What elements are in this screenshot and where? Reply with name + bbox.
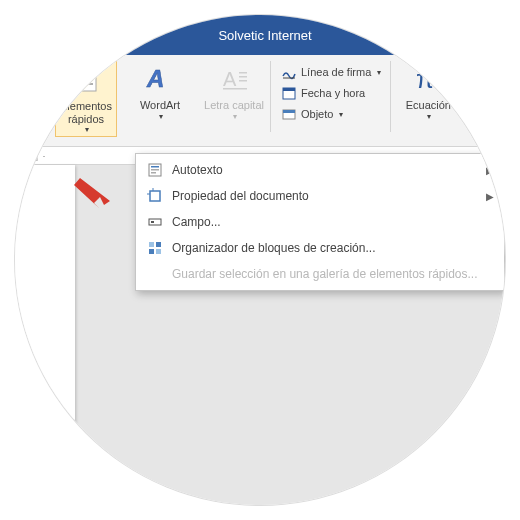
svg-rect-0 [472,29,484,38]
chevron-down-icon: ▾ [339,110,343,119]
svg-rect-28 [150,191,160,201]
svg-rect-8 [77,79,93,81]
quickparts-dropdown: Autotexto ▶ Propiedad del documento ▶ Ca… [135,153,505,291]
svg-rect-33 [149,249,154,254]
svg-rect-1 [472,29,484,32]
red-arrow-annotation [70,173,120,217]
window-title: Solvetic Internet [218,28,311,43]
objeto-button[interactable]: Objeto ▾ [277,105,385,123]
elementos-rapidos-button[interactable]: Elementos rápidos▾ [55,59,117,137]
submenu-arrow-icon: ▶ [486,191,494,202]
page[interactable] [15,165,75,485]
submenu-arrow-icon: ▶ [486,165,494,176]
svg-text:Ω: Ω [489,64,505,94]
svg-rect-29 [149,219,161,225]
svg-text:A: A [223,68,237,90]
autotext-icon [144,162,166,178]
ribbon: A Cuadro de texto▾ Elementos rápidos▾ A … [15,55,505,147]
svg-rect-2 [504,37,505,39]
svg-rect-15 [223,88,247,90]
wordart-icon: A [144,63,176,95]
chevron-down-icon: ▾ [159,112,163,121]
dropdown-autotexto[interactable]: Autotexto ▶ [136,157,504,183]
titlebar: Solvetic Internet [15,15,505,55]
svg-rect-32 [156,242,161,247]
ruler-marks: 6 · | · 17 · | · [15,151,46,161]
object-icon [281,106,297,122]
chevron-down-icon: ▾ [85,125,89,134]
dropdown-campo[interactable]: Campo... [136,209,504,235]
date-icon [281,85,297,101]
quickparts-icon [70,64,102,96]
chevron-down-icon: ▾ [501,112,505,121]
svg-rect-25 [151,166,159,168]
svg-rect-18 [283,88,295,91]
ribbon-display-icon[interactable] [471,27,485,44]
svg-marker-23 [74,178,110,209]
svg-rect-31 [149,242,154,247]
chevron-down-icon: ▾ [427,112,431,121]
dropdown-guardar: Guardar selección en una galería de elem… [136,261,504,287]
dropdown-propiedad[interactable]: Propiedad del documento ▶ [136,183,504,209]
svg-rect-26 [151,169,159,171]
svg-rect-6 [77,72,84,77]
cuadro-texto-button[interactable]: A Cuadro de texto▾ [15,59,43,137]
dropdown-organizador[interactable]: Organizador de bloques de creación... [136,235,504,261]
svg-rect-20 [283,110,295,113]
chevron-down-icon: ▾ [233,112,237,121]
minimize-icon[interactable] [503,28,505,43]
ecuacion-button[interactable]: π Ecuación▾ [397,59,459,137]
equation-icon: π [412,63,444,95]
svg-rect-3 [15,68,25,90]
field-icon [144,214,166,230]
svg-rect-12 [239,72,247,74]
svg-rect-30 [151,221,154,223]
svg-rect-27 [151,172,156,174]
svg-rect-13 [239,76,247,78]
fecha-hora-button[interactable]: Fecha y hora [277,84,385,102]
dropcap-icon: A [218,63,250,95]
letra-capital-button: A Letra capital▾ [203,59,265,137]
svg-rect-9 [77,83,93,85]
signature-icon [281,64,297,80]
wordart-button[interactable]: A WordArt▾ [129,59,191,137]
symbol-icon: Ω [486,63,505,95]
chevron-down-icon: ▾ [377,68,381,77]
simbolo-button[interactable]: Ω Símbolo▾ [471,59,505,137]
svg-text:π: π [416,64,434,94]
svg-rect-7 [86,72,93,77]
textbox-icon: A [15,63,28,95]
svg-text:A: A [146,65,164,92]
svg-rect-14 [239,80,247,82]
linea-firma-button[interactable]: Línea de firma ▾ [277,63,385,81]
organizer-icon [144,240,166,256]
property-icon [144,188,166,204]
svg-rect-34 [156,249,161,254]
